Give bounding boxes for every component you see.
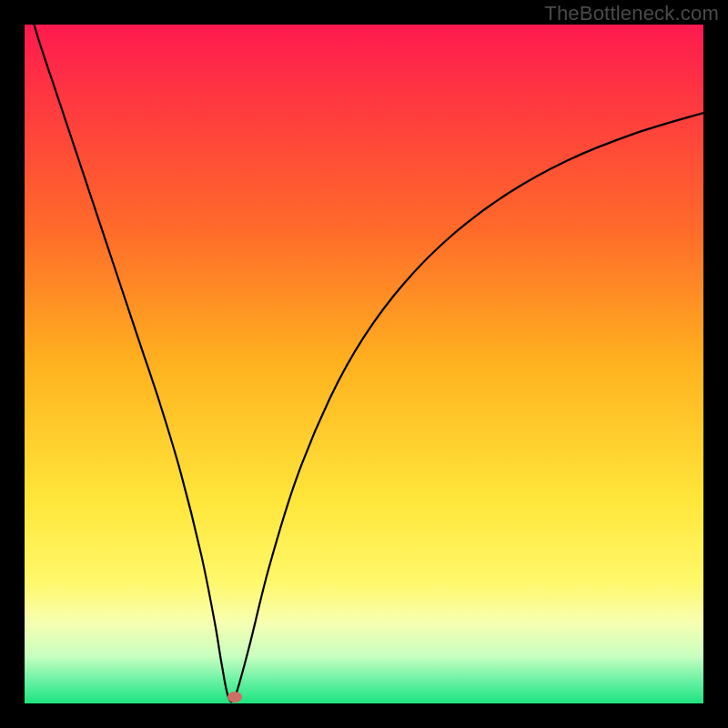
watermark-text: TheBottleneck.com <box>544 2 719 25</box>
bottleneck-curve <box>25 25 703 703</box>
chart-frame: TheBottleneck.com <box>0 0 728 728</box>
plot-area <box>25 25 703 703</box>
optimum-marker <box>228 692 242 703</box>
